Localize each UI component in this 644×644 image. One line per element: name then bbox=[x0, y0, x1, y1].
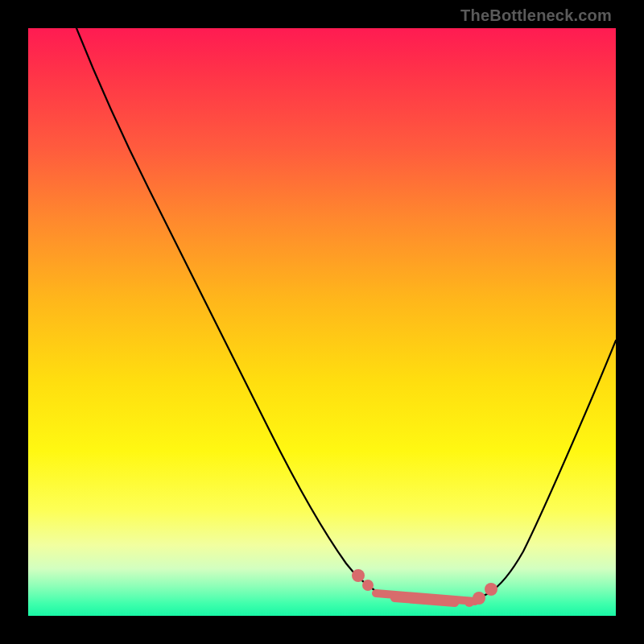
flat-min-dot bbox=[362, 580, 374, 591]
plot-area bbox=[28, 28, 616, 616]
flat-min-dot bbox=[352, 569, 365, 582]
flat-minimum-segment-b bbox=[394, 598, 455, 603]
bottleneck-curve bbox=[76, 28, 616, 603]
curve-layer bbox=[28, 28, 616, 616]
watermark-text: TheBottleneck.com bbox=[460, 6, 612, 25]
flat-min-dot bbox=[473, 592, 485, 605]
flat-min-dot bbox=[485, 583, 497, 596]
flat-min-dot bbox=[464, 597, 474, 607]
chart-frame: TheBottleneck.com bbox=[0, 0, 644, 644]
